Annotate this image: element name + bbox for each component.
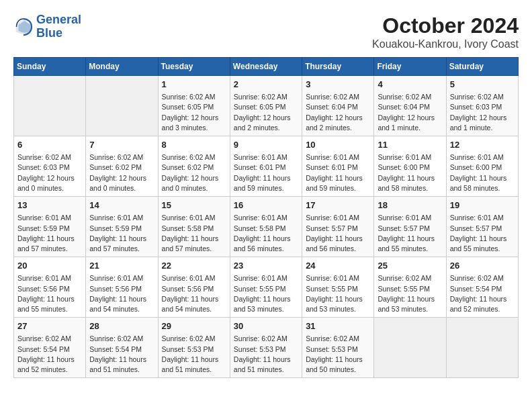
- day-info: Sunrise: 6:01 AM Sunset: 5:58 PM Dayligh…: [162, 213, 226, 254]
- day-number: 12: [450, 139, 515, 151]
- day-info: Sunrise: 6:02 AM Sunset: 5:54 PM Dayligh…: [17, 334, 82, 375]
- day-info: Sunrise: 6:01 AM Sunset: 6:01 PM Dayligh…: [234, 152, 298, 193]
- day-cell: 10Sunrise: 6:01 AM Sunset: 6:01 PM Dayli…: [302, 136, 374, 197]
- day-number: 30: [234, 320, 298, 332]
- day-number: 15: [162, 199, 226, 212]
- day-number: 2: [234, 79, 298, 91]
- day-info: Sunrise: 6:02 AM Sunset: 6:03 PM Dayligh…: [17, 152, 82, 193]
- title-area: October 2024 Kouakou-Kankrou, Ivory Coas…: [372, 13, 519, 50]
- day-number: 26: [450, 260, 515, 272]
- day-number: 22: [162, 260, 226, 272]
- day-cell: 15Sunrise: 6:01 AM Sunset: 5:58 PM Dayli…: [158, 197, 230, 257]
- day-number: 21: [89, 260, 154, 272]
- week-row-3: 13Sunrise: 6:01 AM Sunset: 5:59 PM Dayli…: [14, 197, 519, 257]
- weekday-header-thursday: Thursday: [302, 58, 374, 76]
- day-cell: 23Sunrise: 6:01 AM Sunset: 5:55 PM Dayli…: [230, 257, 302, 318]
- day-number: 23: [234, 260, 298, 272]
- day-number: 20: [17, 260, 82, 272]
- day-cell: 4Sunrise: 6:02 AM Sunset: 6:04 PM Daylig…: [374, 76, 446, 136]
- day-info: Sunrise: 6:02 AM Sunset: 5:54 PM Dayligh…: [450, 273, 515, 314]
- day-cell: 7Sunrise: 6:02 AM Sunset: 6:02 PM Daylig…: [86, 136, 158, 197]
- day-cell: 16Sunrise: 6:01 AM Sunset: 5:58 PM Dayli…: [230, 197, 302, 257]
- day-info: Sunrise: 6:01 AM Sunset: 6:00 PM Dayligh…: [450, 152, 515, 193]
- day-info: Sunrise: 6:01 AM Sunset: 6:00 PM Dayligh…: [378, 152, 442, 193]
- day-info: Sunrise: 6:02 AM Sunset: 6:04 PM Dayligh…: [378, 92, 442, 133]
- day-info: Sunrise: 6:02 AM Sunset: 6:04 PM Dayligh…: [306, 92, 370, 133]
- calendar-table: SundayMondayTuesdayWednesdayThursdayFrid…: [13, 57, 519, 378]
- weekday-header-row: SundayMondayTuesdayWednesdayThursdayFrid…: [14, 58, 519, 76]
- day-number: 11: [378, 139, 442, 151]
- day-cell: 30Sunrise: 6:02 AM Sunset: 5:53 PM Dayli…: [230, 318, 302, 378]
- day-cell: 18Sunrise: 6:01 AM Sunset: 5:57 PM Dayli…: [374, 197, 446, 257]
- day-info: Sunrise: 6:01 AM Sunset: 5:56 PM Dayligh…: [89, 273, 154, 314]
- day-number: 17: [306, 199, 370, 212]
- day-cell: 13Sunrise: 6:01 AM Sunset: 5:59 PM Dayli…: [14, 197, 86, 257]
- day-number: 18: [378, 199, 442, 212]
- day-number: 10: [306, 139, 370, 151]
- day-cell: 25Sunrise: 6:02 AM Sunset: 5:55 PM Dayli…: [374, 257, 446, 318]
- day-cell: 3Sunrise: 6:02 AM Sunset: 6:04 PM Daylig…: [302, 76, 374, 136]
- day-info: Sunrise: 6:01 AM Sunset: 5:57 PM Dayligh…: [306, 213, 370, 254]
- day-cell: 31Sunrise: 6:02 AM Sunset: 5:53 PM Dayli…: [302, 318, 374, 378]
- day-info: Sunrise: 6:01 AM Sunset: 5:59 PM Dayligh…: [89, 213, 154, 254]
- day-info: Sunrise: 6:02 AM Sunset: 5:54 PM Dayligh…: [89, 334, 154, 375]
- day-cell: 28Sunrise: 6:02 AM Sunset: 5:54 PM Dayli…: [86, 318, 158, 378]
- day-number: 14: [89, 199, 154, 212]
- day-info: Sunrise: 6:02 AM Sunset: 5:53 PM Dayligh…: [234, 334, 298, 375]
- day-number: 16: [234, 199, 298, 212]
- day-number: 8: [162, 139, 226, 151]
- day-info: Sunrise: 6:01 AM Sunset: 5:57 PM Dayligh…: [450, 213, 515, 254]
- day-cell: 1Sunrise: 6:02 AM Sunset: 6:05 PM Daylig…: [158, 76, 230, 136]
- day-number: 1: [162, 79, 226, 91]
- logo: General Blue: [13, 13, 81, 40]
- day-info: Sunrise: 6:02 AM Sunset: 5:53 PM Dayligh…: [306, 334, 370, 375]
- day-info: Sunrise: 6:02 AM Sunset: 6:05 PM Dayligh…: [234, 92, 298, 133]
- day-cell: [374, 318, 446, 378]
- location: Kouakou-Kankrou, Ivory Coast: [372, 38, 519, 50]
- day-info: Sunrise: 6:01 AM Sunset: 5:58 PM Dayligh…: [234, 213, 298, 254]
- day-number: 29: [162, 320, 226, 332]
- day-info: Sunrise: 6:01 AM Sunset: 5:56 PM Dayligh…: [17, 273, 82, 314]
- day-info: Sunrise: 6:02 AM Sunset: 5:53 PM Dayligh…: [162, 334, 226, 375]
- day-number: 27: [17, 320, 82, 332]
- day-info: Sunrise: 6:02 AM Sunset: 6:02 PM Dayligh…: [89, 152, 154, 193]
- day-info: Sunrise: 6:01 AM Sunset: 6:01 PM Dayligh…: [306, 152, 370, 193]
- page-header: General Blue October 2024 Kouakou-Kankro…: [13, 13, 519, 50]
- logo-icon: [13, 17, 34, 37]
- day-number: 5: [450, 79, 515, 91]
- day-info: Sunrise: 6:01 AM Sunset: 5:55 PM Dayligh…: [306, 273, 370, 314]
- day-number: 4: [378, 79, 442, 91]
- day-cell: 29Sunrise: 6:02 AM Sunset: 5:53 PM Dayli…: [158, 318, 230, 378]
- day-cell: [86, 76, 158, 136]
- day-cell: 27Sunrise: 6:02 AM Sunset: 5:54 PM Dayli…: [14, 318, 86, 378]
- day-info: Sunrise: 6:01 AM Sunset: 5:55 PM Dayligh…: [234, 273, 298, 314]
- day-cell: 14Sunrise: 6:01 AM Sunset: 5:59 PM Dayli…: [86, 197, 158, 257]
- day-cell: 2Sunrise: 6:02 AM Sunset: 6:05 PM Daylig…: [230, 76, 302, 136]
- day-number: 6: [17, 139, 82, 151]
- weekday-header-sunday: Sunday: [14, 58, 86, 76]
- day-cell: 11Sunrise: 6:01 AM Sunset: 6:00 PM Dayli…: [374, 136, 446, 197]
- day-info: Sunrise: 6:01 AM Sunset: 5:59 PM Dayligh…: [17, 213, 82, 254]
- day-cell: 12Sunrise: 6:01 AM Sunset: 6:00 PM Dayli…: [446, 136, 518, 197]
- weekday-header-saturday: Saturday: [446, 58, 518, 76]
- day-cell: [14, 76, 86, 136]
- day-cell: 8Sunrise: 6:02 AM Sunset: 6:02 PM Daylig…: [158, 136, 230, 197]
- day-cell: 24Sunrise: 6:01 AM Sunset: 5:55 PM Dayli…: [302, 257, 374, 318]
- day-number: 7: [89, 139, 154, 151]
- month-title: October 2024: [372, 13, 519, 38]
- day-cell: 20Sunrise: 6:01 AM Sunset: 5:56 PM Dayli…: [14, 257, 86, 318]
- weekday-header-wednesday: Wednesday: [230, 58, 302, 76]
- week-row-4: 20Sunrise: 6:01 AM Sunset: 5:56 PM Dayli…: [14, 257, 519, 318]
- day-info: Sunrise: 6:01 AM Sunset: 5:56 PM Dayligh…: [162, 273, 226, 314]
- weekday-header-tuesday: Tuesday: [158, 58, 230, 76]
- day-number: 31: [306, 320, 370, 332]
- day-cell: 5Sunrise: 6:02 AM Sunset: 6:03 PM Daylig…: [446, 76, 518, 136]
- day-info: Sunrise: 6:02 AM Sunset: 5:55 PM Dayligh…: [378, 273, 442, 314]
- day-number: 19: [450, 199, 515, 212]
- day-info: Sunrise: 6:02 AM Sunset: 6:03 PM Dayligh…: [450, 92, 515, 133]
- day-number: 3: [306, 79, 370, 91]
- day-cell: 17Sunrise: 6:01 AM Sunset: 5:57 PM Dayli…: [302, 197, 374, 257]
- day-number: 25: [378, 260, 442, 272]
- day-number: 9: [234, 139, 298, 151]
- week-row-2: 6Sunrise: 6:02 AM Sunset: 6:03 PM Daylig…: [14, 136, 519, 197]
